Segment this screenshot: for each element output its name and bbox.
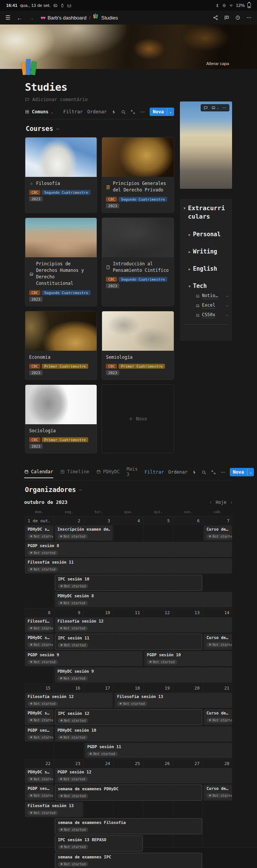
dots-icon[interactable] [221, 470, 226, 475]
today-button[interactable]: Hoje [216, 500, 226, 505]
calendar-event[interactable]: IPC sesión 13 REPASO Not started [55, 835, 143, 852]
course-card[interactable]: Introducción al Pensamiento Cintífico CB… [102, 217, 174, 306]
calendar-day-cell[interactable]: 24 [84, 761, 114, 766]
calendar-day-cell[interactable]: 25 [114, 761, 143, 766]
course-card[interactable]: Principios Generales del Derecho Privado… [102, 137, 174, 213]
subpage-more-icon[interactable]: ⋯ [226, 304, 228, 308]
toggle-extracurriculars[interactable]: ▼ Extracurriculars [184, 204, 228, 221]
calendar-event[interactable]: Curso de… Not started [204, 785, 232, 801]
calendar-day-cell[interactable]: 28 [203, 761, 233, 766]
calendar-day-cell[interactable]: 2 [54, 518, 84, 523]
toggle-english[interactable]: ▶ English [184, 265, 228, 272]
change-cover-button[interactable]: Alterar capa [206, 61, 229, 66]
subpage-more-icon[interactable]: ⋯ [226, 313, 228, 317]
new-course-card[interactable]: Novo [102, 384, 174, 453]
filter-button[interactable]: Filtrar [145, 469, 164, 475]
subpage-more-icon[interactable]: ⋯ [226, 294, 228, 298]
filter-button[interactable]: Filtrar [63, 109, 83, 114]
calendar-event[interactable]: semana de examenes IPC Not started [55, 853, 203, 868]
expand-icon[interactable] [211, 470, 216, 475]
calendar-event[interactable]: Curso de… Not started [204, 709, 232, 725]
tab-pdhydc[interactable]: PDHyDC [96, 469, 120, 477]
history-icon[interactable] [235, 15, 241, 20]
calendar-event[interactable]: PGDP sesión 12 Not started [55, 768, 232, 783]
course-card[interactable]: Economia CBCPrimer Cuatrimestre2023 [25, 311, 97, 380]
share-icon[interactable] [213, 15, 218, 20]
more-icon[interactable] [246, 15, 252, 20]
calendar-day-cell[interactable]: 18 [114, 686, 143, 691]
calendar-event[interactable]: Filosofía sesión 12 Not started [55, 617, 232, 633]
calendar-day-cell[interactable]: 23 [54, 761, 84, 766]
new-button[interactable]: Nova ⌄ [150, 108, 174, 116]
course-card[interactable]: Filosofía CBCSegundo Cuatrimestre2023 [25, 137, 97, 213]
calendar-event[interactable]: PDHyDC sesión 8 Not started [55, 592, 232, 607]
calendar-event[interactable]: Filosofía sesión 11 Not started [25, 558, 232, 574]
tab-mais-3[interactable]: Mais 3 [127, 466, 138, 480]
tab-timeline[interactable]: Timeline [60, 469, 89, 477]
calendar-event[interactable]: PDHyDC s… Not started [25, 525, 53, 541]
calendar-day-cell[interactable]: 8 [24, 610, 54, 615]
view-switcher[interactable]: Comuns ⌄ [25, 109, 53, 114]
courses-more-icon[interactable]: ⋯ [56, 126, 59, 132]
breadcrumb-page[interactable]: Studies [101, 15, 118, 21]
forward-icon[interactable]: → [28, 15, 34, 21]
calendar-day-cell[interactable]: 7 [203, 518, 233, 523]
calendar-event[interactable]: Inscripción examen de… Not started [55, 525, 113, 541]
calendar-day-cell[interactable]: 3 [84, 518, 114, 523]
caption-icon[interactable] [211, 106, 216, 110]
calendar-day-cell[interactable]: 21 [203, 686, 233, 691]
toggle-writing[interactable]: ▶ Writing [184, 248, 228, 255]
calendar-event[interactable]: Filosofía sesión 13 Not started [114, 693, 232, 708]
calendar-day-cell[interactable]: 10 [84, 610, 114, 615]
calendar-event[interactable]: Curso de… Not started [204, 525, 232, 541]
comment-icon[interactable] [204, 106, 208, 110]
sort-button[interactable]: Ordenar [168, 469, 188, 475]
calendar-event[interactable]: IPC sesión 12 Not started [55, 709, 203, 725]
calendar-day-cell[interactable]: 4 [114, 518, 143, 523]
calendar-event[interactable]: PGDP sesión 8 Not started [25, 542, 232, 557]
calendar-day-cell[interactable]: 15 [24, 686, 54, 691]
calendar-day-cell[interactable]: 6 [173, 518, 203, 523]
new-button[interactable]: Nova ⌄ [230, 468, 254, 476]
toggle-tech[interactable]: ▼ Tech [184, 283, 228, 289]
course-card[interactable]: Semiología CBCPrimer Cuatrimestre2023 [102, 311, 174, 380]
calendar-event[interactable]: Filosofí… Not started [25, 617, 53, 633]
tab-calendar[interactable]: Calendar [24, 469, 53, 478]
search-icon[interactable] [121, 110, 126, 114]
expand-icon[interactable] [130, 110, 135, 114]
toggle-personal[interactable]: ▶ Personal [184, 231, 228, 238]
calendar-event[interactable]: PGDP ses… Not started [25, 726, 53, 742]
calendar-day-cell[interactable]: 27 [173, 761, 203, 766]
side-photo[interactable]: ⌄ [180, 101, 232, 189]
calendar-day-cell[interactable]: 12 [143, 610, 173, 615]
page-icon-books[interactable] [21, 57, 40, 75]
calendar-day-cell[interactable]: 17 [84, 686, 114, 691]
calendar-event[interactable]: Curso de… Not started [204, 634, 232, 650]
search-icon[interactable] [201, 470, 206, 475]
calendar-event[interactable]: PDHyDC sesión 10 Not started [55, 726, 232, 742]
calendar-day-cell[interactable]: 11 [114, 610, 143, 615]
toggle-arrow-icon[interactable]: ▶ [189, 233, 191, 238]
new-button-chevron-icon[interactable]: ⌄ [247, 469, 254, 476]
calendar-event[interactable]: PDHyDC s… Not started [25, 634, 53, 650]
back-icon[interactable]: ← [16, 15, 22, 21]
calendar-event[interactable]: IPC sesión 10 Not started [55, 575, 203, 591]
calendar-event[interactable]: Filosofía sesión 12 Not started [25, 693, 113, 708]
organizer-more-icon[interactable]: ⋯ [79, 487, 82, 493]
calendar-event[interactable]: PDHyDC sesión 9 Not started [55, 667, 232, 683]
calendar-event[interactable]: semana de examenes Filosofía Not started [55, 818, 203, 834]
calendar-day-cell[interactable]: 1 de out. [24, 518, 54, 523]
subpage-excel[interactable]: Excel ⋯ [196, 302, 228, 309]
breadcrumb-root[interactable]: Barb's dashboard [48, 15, 87, 21]
calendar-day-cell[interactable]: 5 [143, 518, 173, 523]
calendar-event[interactable]: PGDP sesión 10 Not started [144, 651, 232, 666]
calendar-day-cell[interactable]: 20 [173, 686, 203, 691]
calendar-event[interactable]: IPC sesión 11 Not started [55, 634, 203, 650]
calendar-day-cell[interactable]: 9 [54, 610, 84, 615]
subpage-cs50x[interactable]: CS50x ⋯ [196, 312, 228, 318]
dots-icon[interactable] [222, 106, 226, 110]
toggle-arrow-icon[interactable]: ▼ [189, 284, 191, 289]
prev-month-icon[interactable]: ‹ [209, 500, 212, 505]
calendar-event[interactable]: PDHyDC s… Not started [25, 709, 53, 725]
calendar-day-cell[interactable]: 22 [24, 761, 54, 766]
